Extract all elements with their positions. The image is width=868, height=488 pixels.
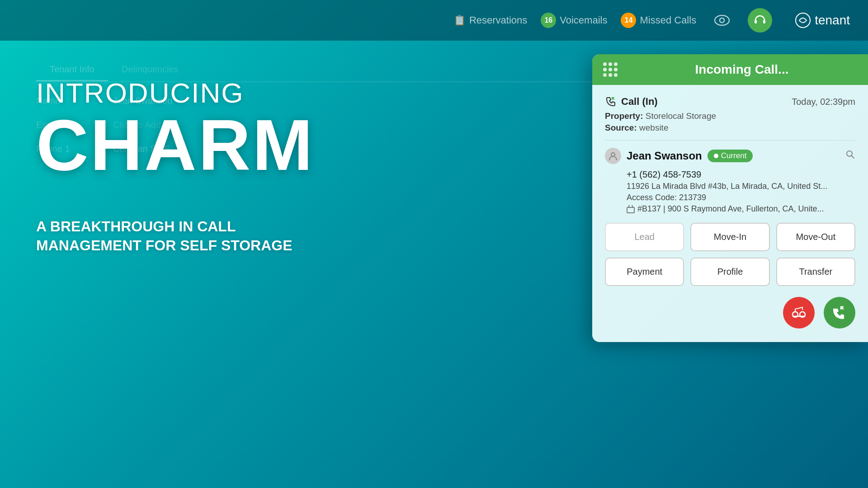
source-detail: Source: website: [605, 123, 855, 133]
profile-button[interactable]: Profile: [690, 258, 769, 286]
top-nav: 📋 Reservations 16 Voicemails 14 Missed C…: [0, 0, 868, 41]
voicemails-nav[interactable]: 16 Voicemails: [541, 13, 607, 28]
dot: [609, 68, 612, 71]
divider: [605, 140, 855, 141]
dot: [614, 73, 618, 77]
svg-point-6: [847, 151, 852, 156]
dot: [603, 73, 607, 77]
caller-details: +1 (562) 458-7539 11926 La Mirada Blvd #…: [605, 169, 855, 214]
lead-button[interactable]: Lead: [605, 223, 684, 251]
caller-access-code: Access Code: 213739: [627, 193, 855, 202]
call-info-row: Call (In) Today, 02:39pm: [605, 96, 855, 108]
intro-charm: CHARM: [36, 109, 314, 181]
status-dot: [714, 154, 718, 158]
reservations-icon: 📋: [453, 14, 466, 26]
reservations-nav[interactable]: 📋 Reservations: [453, 14, 527, 26]
voicemail-button[interactable]: [783, 297, 815, 328]
missed-calls-badge: 14: [621, 13, 636, 28]
dot: [603, 68, 607, 71]
call-panel-body: Call (In) Today, 02:39pm Property: Store…: [592, 85, 868, 342]
caller-unit: #B137 | 900 S Raymond Ave, Fullerton, CA…: [627, 204, 855, 214]
svg-point-0: [715, 15, 729, 25]
caller-name: Jean Swanson: [627, 150, 702, 162]
caller-avatar: [605, 148, 621, 164]
voicemails-label: Voicemails: [560, 14, 607, 26]
dot: [609, 62, 612, 66]
call-type: Call (In): [605, 96, 658, 108]
headset-button[interactable]: [748, 8, 772, 33]
svg-rect-7: [627, 207, 634, 213]
tenant-logo: tenant: [795, 12, 850, 28]
call-panel-title: Incoming Call...: [627, 62, 857, 77]
missed-calls-label: Missed Calls: [640, 14, 696, 26]
transfer-button[interactable]: Transfer: [776, 258, 855, 286]
voicemails-badge: 16: [541, 13, 556, 28]
svg-rect-2: [755, 20, 757, 23]
dots-grid: [603, 62, 618, 77]
payment-button[interactable]: Payment: [605, 258, 684, 286]
svg-point-1: [720, 18, 724, 23]
caller-info: Jean Swanson Current: [605, 148, 753, 164]
eye-button[interactable]: [710, 8, 734, 33]
caller-section: Jean Swanson Current: [605, 148, 855, 164]
move-in-button[interactable]: Move-In: [690, 223, 769, 251]
action-buttons: Lead Move-In Move-Out Payment Profile Tr…: [605, 223, 855, 286]
status-badge: Current: [708, 150, 753, 162]
dot: [603, 62, 607, 66]
call-time: Today, 02:39pm: [792, 97, 855, 107]
intro-subtitle: A BREAKTHROUGH IN CALLMANAGEMENT FOR SEL…: [36, 217, 314, 255]
property-detail: Property: Storelocal Storage: [605, 111, 855, 121]
svg-rect-3: [763, 20, 765, 23]
dot: [609, 73, 612, 77]
call-panel-header: Incoming Call...: [592, 54, 868, 85]
svg-point-4: [796, 13, 810, 28]
caller-address: 11926 La Mirada Blvd #43b, La Mirada, CA…: [627, 182, 855, 191]
reservations-label: Reservations: [469, 14, 527, 26]
search-caller-button[interactable]: [845, 150, 855, 162]
intro-section: INTRODUCING CHARM A BREAKTHROUGH IN CALL…: [36, 77, 314, 255]
svg-point-5: [611, 153, 615, 156]
answer-button[interactable]: [824, 297, 855, 328]
dot: [614, 62, 618, 66]
dot: [614, 68, 618, 71]
missed-calls-nav[interactable]: 14 Missed Calls: [621, 13, 696, 28]
caller-phone: +1 (562) 458-7539: [627, 169, 855, 180]
call-panel: Incoming Call... Call (In) Today, 02:39p…: [592, 54, 868, 342]
bottom-controls: [605, 292, 855, 331]
move-out-button[interactable]: Move-Out: [776, 223, 855, 251]
